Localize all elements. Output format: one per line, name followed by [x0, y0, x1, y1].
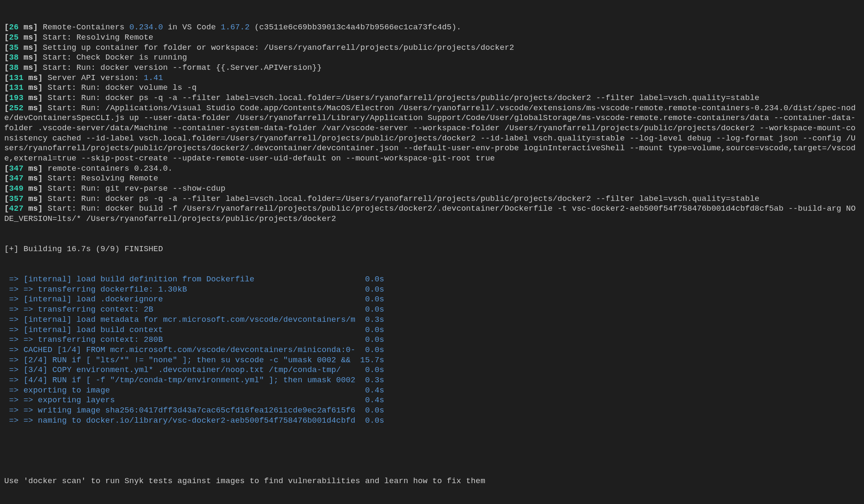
build-step: => => writing image sha256:0417dff3d43a7… [4, 406, 860, 416]
log-line: [347 ms] Start: Resolving Remote [4, 174, 860, 184]
log-line: [25 ms] Start: Resolving Remote [4, 33, 860, 43]
terminal-output[interactable]: [26 ms] Remote-Containers 0.234.0 in VS … [0, 0, 864, 504]
footer-hint: Use 'docker scan' to run Snyk tests agai… [4, 476, 860, 487]
build-step: => => exporting layers 0.4s [4, 395, 860, 406]
build-step: => [2/4] RUN if [ "lts/*" != "none" ]; t… [4, 355, 860, 366]
log-lines: [26 ms] Remote-Containers 0.234.0 in VS … [4, 23, 860, 224]
blank-line [4, 446, 860, 456]
build-step: => => transferring context: 280B 0.0s [4, 335, 860, 345]
build-step: => [internal] load .dockerignore 0.0s [4, 295, 860, 305]
log-line: [193 ms] Start: Run: docker ps -q -a --f… [4, 93, 860, 103]
log-line: [349 ms] Start: Run: git rev-parse --sho… [4, 184, 860, 194]
build-step: => => transferring context: 2B 0.0s [4, 305, 860, 315]
log-line: [38 ms] Start: Check Docker is running [4, 53, 860, 63]
build-header: [+] Building 16.7s (9/9) FINISHED [4, 244, 860, 255]
log-line: [347 ms] remote-containers 0.234.0. [4, 164, 860, 174]
log-line: [252 ms] Start: Run: /Applications/Visua… [4, 103, 860, 164]
build-step: => exporting to image 0.4s [4, 386, 860, 396]
log-line: [35 ms] Setting up container for folder … [4, 43, 860, 53]
build-step: => [internal] load metadata for mcr.micr… [4, 315, 860, 325]
log-line: [131 ms] Server API version: 1.41 [4, 73, 860, 83]
log-line: [131 ms] Start: Run: docker volume ls -q [4, 83, 860, 93]
build-step: => [internal] load build definition from… [4, 275, 860, 285]
log-line: [357 ms] Start: Run: docker ps -q -a --f… [4, 194, 860, 204]
build-step: => => transferring dockerfile: 1.30kB 0.… [4, 285, 860, 295]
build-step: => [3/4] COPY environment.yml* .devconta… [4, 365, 860, 375]
build-step: => [4/4] RUN if [ -f "/tmp/conda-tmp/env… [4, 375, 860, 386]
log-line: [26 ms] Remote-Containers 0.234.0 in VS … [4, 23, 860, 33]
build-steps: => [internal] load build definition from… [4, 275, 860, 426]
build-step: => CACHED [1/4] FROM mcr.microsoft.com/v… [4, 345, 860, 355]
log-line: [427 ms] Start: Run: docker build -f /Us… [4, 204, 860, 224]
build-step: => [internal] load build context 0.0s [4, 325, 860, 335]
log-line: [38 ms] Start: Run: docker version --for… [4, 63, 860, 73]
build-step: => => naming to docker.io/library/vsc-do… [4, 416, 860, 426]
